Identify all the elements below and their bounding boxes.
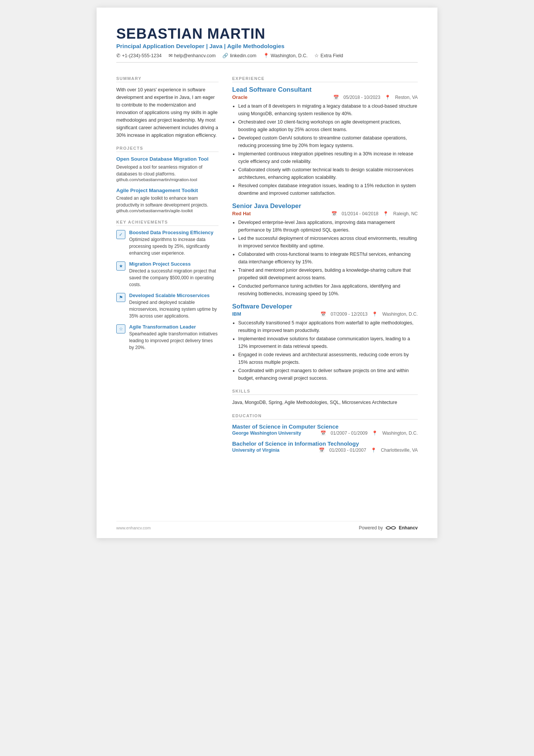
edu-dates-1: 01/2007 - 01/2009 [331, 430, 367, 436]
company-name-2: Red Hat [232, 211, 251, 216]
star-filled-icon: ★ [116, 261, 125, 271]
job-meta-3: 📅 07/2009 - 12/2013 📍 Washington, D.C. [320, 311, 418, 317]
phone-icon: ✆ [116, 53, 120, 58]
star-outline-icon: ☆ [116, 324, 125, 333]
achievement-title-4: Agile Transformation Leader [129, 324, 219, 330]
job-entry-1: Lead Software Consultant Oracle 📅 05/201… [232, 86, 418, 197]
job-dates-2: 01/2014 - 04/2018 [342, 211, 378, 216]
summary-text: With over 10 years' experience in softwa… [116, 86, 219, 139]
bullet: Led the successful deployment of microse… [238, 235, 418, 250]
page-footer: www.enhancv.com Powered by Enhancv [116, 521, 418, 531]
edu-entry-2: Bachelor of Science in Information Techn… [232, 440, 418, 453]
job-bullets-1: Led a team of 8 developers in migrating … [232, 102, 418, 197]
summary-section-title: SUMMARY [116, 76, 219, 82]
achievement-title-2: Migration Project Success [129, 261, 219, 267]
achievement-desc-1: Optimized algorithms to increase data pr… [129, 236, 219, 257]
experience-section-title: EXPERIENCE [232, 76, 418, 82]
job-bullets-3: Successfully transitioned 5 major applic… [232, 319, 418, 382]
edu-location-2: Charlottesville, VA [381, 448, 418, 453]
achievement-content-4: Agile Transformation Leader Spearheaded … [129, 324, 219, 351]
achievement-content-3: Developed Scalable Microservices Designe… [129, 293, 219, 319]
achievements-section-title: KEY ACHIEVEMENTS [116, 220, 219, 226]
company-name-1: Oracle [232, 94, 247, 100]
project-desc-2: Created an agile toolkit to enhance team… [116, 195, 219, 208]
job-entry-2: Senior Java Developer Red Hat 📅 01/2014 … [232, 202, 418, 297]
location-pin-icon-2: 📍 [383, 211, 389, 216]
achievement-content-1: Boosted Data Processing Efficiency Optim… [129, 230, 219, 257]
candidate-title: Principal Application Developer | Java |… [116, 43, 418, 50]
edu-calendar-icon-2: 📅 [319, 448, 325, 453]
achievement-desc-4: Spearheaded agile transformation initiat… [129, 330, 219, 351]
extra-field: ☆ Extra Field [314, 53, 343, 58]
achievement-item-4: ☆ Agile Transformation Leader Spearheade… [116, 324, 219, 351]
achievement-content-2: Migration Project Success Directed a suc… [129, 261, 219, 288]
calendar-icon-1: 📅 [333, 95, 339, 100]
achievement-item-1: ✓ Boosted Data Processing Efficiency Opt… [116, 230, 219, 257]
project-link-1: github.com/sebastianmartin/migration-too… [116, 177, 219, 182]
location-icon: 📍 [263, 53, 269, 58]
location-field: 📍 Washington, D.C. [263, 53, 308, 58]
achievement-desc-3: Designed and deployed scalable microserv… [129, 299, 219, 319]
brand-name: Enhancv [399, 525, 418, 531]
bullet: Developed enterprise-level Java applicat… [238, 219, 418, 234]
calendar-icon-2: 📅 [331, 211, 337, 216]
linkedin-icon: 🔗 [222, 53, 228, 58]
job-company-row-1: Oracle 📅 05/2018 - 10/2023 📍 Reston, VA [232, 94, 418, 100]
job-meta-1: 📅 05/2018 - 10/2023 📍 Reston, VA [333, 95, 418, 100]
bullet: Successfully transitioned 5 major applic… [238, 319, 418, 334]
location-pin-icon-3: 📍 [372, 311, 378, 317]
project-item: Agile Project Management Toolkit Created… [116, 187, 219, 213]
edu-location-icon-2: 📍 [371, 448, 376, 453]
edu-meta-2: 📅 01/2003 - 01/2007 📍 Charlottesville, V… [319, 448, 418, 453]
project-desc-1: Developed a tool for seamless migration … [116, 164, 219, 177]
project-link-2: github.com/sebastianmartin/agile-toolkit [116, 208, 219, 213]
project-title-2: Agile Project Management Toolkit [116, 187, 219, 194]
left-column: SUMMARY With over 10 years' experience i… [116, 69, 219, 457]
job-title-2: Senior Java Developer [232, 202, 418, 210]
powered-by-label: Powered by [359, 525, 383, 531]
job-location-2: Raleigh, NC [393, 211, 418, 216]
candidate-name: SEBASTIAN MARTIN [116, 26, 418, 42]
achievement-title-3: Developed Scalable Microservices [129, 293, 219, 298]
bullet: Collaborated closely with customer techn… [238, 166, 418, 181]
job-dates-3: 07/2009 - 12/2013 [331, 311, 367, 317]
contact-bar: ✆ +1-(234)-555-1234 ✉ help@enhancv.com 🔗… [116, 53, 418, 63]
content-area: SUMMARY With over 10 years' experience i… [116, 69, 418, 457]
education-section-title: EDUCATION [232, 413, 418, 419]
job-location-1: Reston, VA [395, 95, 418, 100]
edu-entry-1: Master of Science in Computer Science Ge… [232, 423, 418, 436]
job-dates-1: 05/2018 - 10/2023 [344, 95, 380, 100]
resume-page: SEBASTIAN MARTIN Principal Application D… [97, 8, 437, 538]
company-name-3: IBM [232, 311, 241, 317]
bullet: Implemented innovative solutions for dat… [238, 335, 418, 350]
degree-title-2: Bachelor of Science in Information Techn… [232, 440, 418, 447]
bullet: Coordinated with project managers to del… [238, 367, 418, 382]
footer-website: www.enhancv.com [116, 526, 151, 530]
location-pin-icon-1: 📍 [385, 95, 390, 100]
bullet: Implemented continuous integration pipel… [238, 150, 418, 165]
bullet: Orchestrated over 10 client-facing works… [238, 118, 418, 133]
bullet: Collaborated with cross-functional teams… [238, 250, 418, 266]
flag-icon: ⚑ [116, 293, 125, 302]
bullet: Resolved complex database integration is… [238, 182, 418, 197]
edu-location-1: Washington, D.C. [382, 430, 418, 436]
achievement-item-2: ★ Migration Project Success Directed a s… [116, 261, 219, 288]
email-icon: ✉ [169, 53, 173, 58]
job-company-row-2: Red Hat 📅 01/2014 - 04/2018 📍 Raleigh, N… [232, 211, 418, 216]
bullet: Conducted performance tuning activities … [238, 282, 418, 297]
projects-section-title: PROJECTS [116, 146, 219, 152]
bullet: Led a team of 8 developers in migrating … [238, 102, 418, 117]
email-field: ✉ help@enhancv.com [169, 53, 216, 58]
achievement-title-1: Boosted Data Processing Efficiency [129, 230, 219, 235]
skills-section-title: SKILLS [232, 389, 418, 395]
phone-field: ✆ +1-(234)-555-1234 [116, 53, 162, 58]
school-name-1: George Washington University [232, 430, 301, 436]
achievement-desc-2: Directed a successful migration project … [129, 268, 219, 288]
job-title-1: Lead Software Consultant [232, 86, 418, 94]
header: SEBASTIAN MARTIN Principal Application D… [116, 26, 418, 63]
edu-row-1: George Washington University 📅 01/2007 -… [232, 430, 418, 436]
bullet: Developed custom GenAI solutions to stre… [238, 134, 418, 149]
job-entry-3: Software Developer IBM 📅 07/2009 - 12/20… [232, 303, 418, 382]
project-title-1: Open Source Database Migration Tool [116, 156, 219, 163]
check-icon: ✓ [116, 230, 125, 239]
